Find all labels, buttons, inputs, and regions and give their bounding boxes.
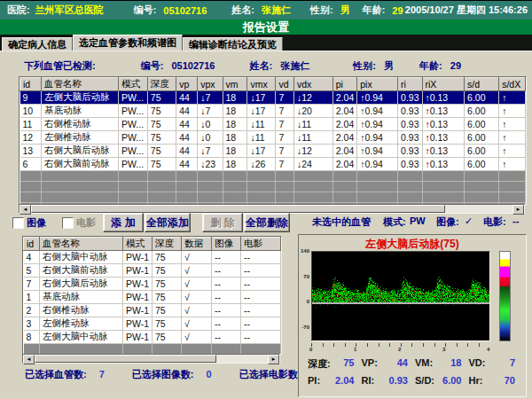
vessel-row[interactable]: 11右侧椎动脉PW...7544↓018↓117↓112.04↑0.940.93… [20,118,526,131]
vessel-row[interactable]: 7右侧大脑后动脉PW-175√---- [24,278,281,291]
table-cell: ↑ [499,91,526,105]
table-cell: ↑ [499,145,526,158]
table-cell: 0.93 [398,105,422,118]
table-cell: -- [240,278,280,291]
sd-value: 6.00 [442,375,461,386]
table-cell: PW-1 [122,317,152,331]
table-cell: 44 [176,131,198,145]
hr-label: Hr: [469,375,483,386]
tab-edit-diagnosis[interactable]: 编辑诊断结论及预览 [183,37,283,51]
table-cell: ↑0.94 [357,118,398,131]
add-button[interactable]: 添 加 [103,213,144,232]
vessel-row[interactable]: 8左侧大脑中动脉PW-175√---- [24,331,281,344]
detected-header: 下列血管已检测: 编号: 05102716 姓名: 张施仁 性别: 男 年龄: … [24,59,466,73]
table-cell: -- [211,331,240,344]
table-cell: -- [211,278,240,291]
patient-sex-label: 性别: [310,4,333,17]
table-cell: 7 [276,131,294,145]
scroll-right-icon[interactable]: ► [268,355,279,364]
vessel-row[interactable]: 3左侧椎动脉PW-175√---- [24,317,281,331]
add-all-button[interactable]: 全部添加 [145,213,191,232]
detected-age-value: 29 [450,60,461,71]
table-cell: ↓0 [198,131,223,145]
patient-sex-value: 男 [340,4,350,17]
datetime: 2005/10/27 星期四 15:46:26 [405,4,528,17]
column-header: vmx [247,78,276,91]
table-cell: 6.00 [465,105,499,118]
table-cell: PW-1 [122,278,152,291]
selected-table-hscrollbar[interactable]: ◄ ► [22,354,280,364]
table-cell: -- [211,317,240,331]
doppler-spectrum-chart [312,252,489,340]
table-cell: ↑0.13 [422,118,465,131]
table-cell: √ [182,331,212,344]
table-cell: ↓11 [247,131,276,145]
column-header: id [24,238,40,251]
detected-id-label: 编号: [141,60,164,71]
table-cell: 11 [20,118,42,131]
table-cell: 右侧大脑前动脉 [39,264,122,278]
table-cell: PW-1 [122,251,152,264]
table-cell: PW-1 [122,291,152,304]
checkbox-icon[interactable] [12,217,24,229]
delete-all-button[interactable]: 全部删除 [244,213,290,232]
vessel-row[interactable]: 9左侧大脑后动脉PW...7544↓718↓177↓122.04↑0.940.9… [20,91,526,105]
tab-bar: 确定病人信息 选定血管参数和频谱图 编辑诊断结论及预览 [0,35,532,51]
table-cell: -- [211,264,240,278]
column-header: 电影 [240,238,280,251]
column-header: 深度 [147,78,176,91]
vessel-row[interactable]: 6右侧大脑前动脉PW...7544↓2318↓267↓242.04↑0.940.… [20,158,526,171]
patient-age-value: 29 [392,5,403,16]
table-cell: ↑0.94 [357,145,398,158]
table-cell: PW... [118,131,147,145]
vp-label: VP: [362,357,378,371]
table-cell: √ [182,317,212,331]
empty-row [20,182,526,192]
detected-id-value: 05102716 [171,60,215,71]
table-cell: ↑ [499,158,526,171]
unselected-vessel-caption: 未选中的血管 [312,215,371,229]
table-cell: -- [240,331,280,344]
table-cell: ↑0.94 [357,91,398,105]
scroll-thumb[interactable] [35,355,216,363]
vessel-row[interactable]: 13右侧大脑后动脉PW...7544↓718↓177↓122.04↑0.940.… [20,145,526,158]
table-cell: 75 [153,331,182,344]
vessel-row[interactable]: 5右侧大脑前动脉PW-175√---- [24,264,281,278]
cine-checkbox-label: 电影 [76,216,96,230]
table-cell: ↑0.94 [357,158,398,171]
column-header: s/dX [499,78,526,91]
scroll-left-icon[interactable]: ◄ [23,355,35,364]
vessel-row[interactable]: 4右侧大脑中动脉PW-175√---- [24,251,281,264]
vessel-row[interactable]: 10基底动脉PW...7544↓718↓177↓202.04↑0.940.93↑… [20,105,526,118]
table-cell: 4 [24,251,40,264]
table-cell: ↓7 [198,145,223,158]
intensity-colorbar [499,251,511,341]
table-cell: 2 [24,304,40,317]
table-cell: 左侧大脑中动脉 [39,331,122,344]
table-cell: 7 [276,118,294,131]
table-cell: -- [240,251,280,264]
vessels-count-value: 7 [99,369,105,379]
vessel-row[interactable]: 2右侧椎动脉PW-175√---- [24,304,281,317]
detected-name-value: 张施仁 [280,60,309,71]
vessel-row[interactable]: 1基底动脉PW-175√---- [24,291,281,304]
image-checkbox[interactable]: 图像 [12,216,46,230]
table-cell: ↓17 [247,145,276,158]
table-cell: ↓11 [247,118,276,131]
table-cell: ↓12 [294,145,333,158]
table-cell: 7 [276,145,294,158]
tab-patient-info[interactable]: 确定病人信息 [2,37,73,51]
tab-vessel-params[interactable]: 选定血管参数和频谱图 [73,35,183,51]
main-content: 下列血管已检测: 编号: 05102716 姓名: 张施仁 性别: 男 年龄: … [0,51,532,399]
table-cell: 0.93 [398,91,422,105]
table-cell: 75 [147,105,176,118]
vessel-row[interactable]: 12左侧椎动脉PW...7544↓018↓117↓112.04↑0.940.93… [20,131,526,145]
table-cell: √ [182,278,212,291]
scroll-track[interactable] [35,355,268,363]
table-cell: 75 [153,278,182,291]
column-header: 深度 [153,238,182,251]
table-cell: 75 [147,158,176,171]
delete-button: 删 除 [202,213,243,232]
table-cell: ↓7 [198,91,223,105]
column-header: vm [223,78,247,91]
